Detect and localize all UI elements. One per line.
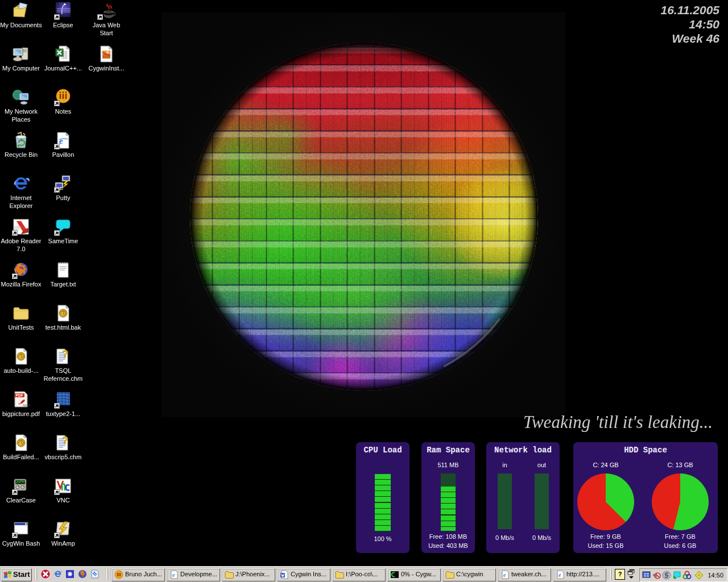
svg-text:e: e bbox=[172, 572, 175, 578]
svg-text:e: e bbox=[559, 572, 561, 578]
svg-text:e: e bbox=[503, 572, 506, 578]
